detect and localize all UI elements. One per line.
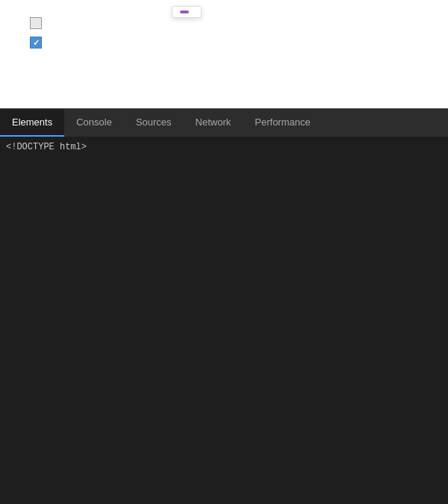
checkbox-unchecked-icon[interactable] <box>30 17 42 29</box>
list-item[interactable] <box>30 17 433 29</box>
tab-sources[interactable]: Sources <box>124 109 184 137</box>
tooltip-tag <box>180 10 189 13</box>
tab-network[interactable]: Network <box>184 109 243 137</box>
list-item[interactable] <box>30 37 433 49</box>
page-title <box>15 7 433 11</box>
devtools-tabs: Elements Console Sources Network Perform… <box>0 108 448 137</box>
page-content <box>0 0 448 108</box>
code-line <box>0 155 448 157</box>
tab-performance[interactable]: Performance <box>243 109 322 137</box>
checkbox-checked-icon[interactable] <box>30 37 42 49</box>
tab-console[interactable]: Console <box>64 109 124 137</box>
code-line: <!DOCTYPE html> <box>0 140 448 155</box>
devtools-panel: Elements Console Sources Network Perform… <box>0 108 448 504</box>
tab-elements[interactable]: Elements <box>0 109 64 137</box>
checkbox-list <box>15 17 433 49</box>
code-area[interactable]: <!DOCTYPE html> <box>0 137 448 504</box>
element-tooltip <box>172 6 202 18</box>
